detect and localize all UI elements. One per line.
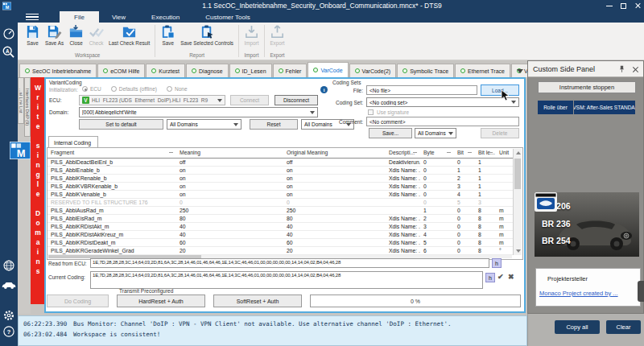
workspace-tab[interactable]: Ethernet Trace [455,64,510,77]
import-button[interactable]: Import [242,23,261,47]
menu-item[interactable]: File [60,11,99,23]
initialization-radio[interactable]: ECU [82,86,101,92]
pin-icon[interactable] [618,65,625,73]
table-row[interactable]: PILS_AbblAusRad_m 250 250 1 0 8 m [47,206,514,214]
cell-byte: 0 [420,198,454,206]
column-header[interactable]: Original Meaning [283,148,386,158]
help-icon[interactable]: ? [3,326,14,337]
table-row[interactable]: PILS_AbblEisRad_m 80 80 Xdis Name: ... 2… [47,214,514,222]
table-row[interactable]: PILS_AbblEnable_b on on Xdis Name: ... 0… [47,166,514,174]
project-link[interactable]: Monaco Project created by ... [539,290,618,297]
coding-set-save-button[interactable]: Save... [369,128,412,138]
workspace-tab[interactable]: VarCode [308,62,348,77]
workspace-tab[interactable]: Symbolic Trace [397,64,454,77]
save-selected-controls-button[interactable]: Save Selected Controls [179,23,235,47]
workspace-tab[interactable]: VarCode(2) [349,64,397,77]
domain-combobox[interactable]: [000] Abbiegelicht'Write [79,107,318,117]
initialization-radio[interactable]: Defaults (offline) [111,86,157,92]
column-header[interactable]: Byte [420,148,454,158]
disconnect-button[interactable]: Disconnect [275,95,318,105]
table-row[interactable]: PILS_AbblKRGeradeWinkel_Grad 20 20 Xdis … [47,246,514,254]
table-row[interactable]: PILS_AbblDeactBeiEnl_b off off Deaktivie… [47,158,514,166]
confirm-icon[interactable]: ✔ [497,273,504,281]
initialization-radio[interactable]: None [167,86,188,92]
column-header[interactable]: Meaning [176,148,283,158]
load-button[interactable]: Load... [481,84,519,96]
stop-instruments-button[interactable]: Instrumente stoppen [538,81,636,93]
ribbon-group-label: Import [245,51,259,60]
gear-icon[interactable] [2,309,15,322]
table-row[interactable]: RESERVED TO FILL STRUCTURE 176 0 0 0 5 3 [47,198,514,206]
last-check-result-button[interactable]: Last Check Result [107,23,151,47]
menu-item[interactable]: Execution [138,11,192,23]
table-row[interactable]: PILS_AbblKVBRKenable_b on on Xdis Name: … [47,182,514,190]
table-row[interactable]: PILS_AbblKVenable_b on on Xdis Name: ...… [47,190,514,198]
clear-button[interactable]: Clear [606,320,641,334]
workspace-tab[interactable]: Kurztest [146,64,185,77]
delete-button[interactable]: Delete [481,128,519,138]
table-row[interactable]: PILS_AbblKRDistAktKreuz_m 40 40 Xdis Nam… [47,230,514,238]
table-row[interactable]: PILS_AbblKRDistDeakt_m 60 60 Xdis Name: … [47,238,514,246]
workspace-tab[interactable]: Fehler [273,64,308,77]
link-list-vertical-tab[interactable]: ...al Link List [18,77,24,124]
ecu-combobox[interactable]: V HLI_FL223 (UDS_Ethernet_DoIP).HLI_FL22… [79,95,225,105]
hex-toggle-button[interactable]: h [485,273,495,282]
column-header[interactable]: Descripti... [386,148,420,158]
soft-reset-auth-button[interactable]: SoftReset + Auth [213,295,302,307]
workspace-tab[interactable]: ID_Lesen [229,64,272,77]
table-row[interactable]: PILS_AbblKRenable_b on on Xdis Name: ...… [47,174,514,182]
close-button[interactable] [634,2,641,9]
use-signature-checkbox[interactable] [368,109,374,115]
check-button[interactable]: Check [87,23,105,47]
close-workspace-button[interactable]: Close [67,23,85,47]
workspace-tab[interactable]: Diagnose [186,64,229,77]
menu-item[interactable]: View [99,11,138,23]
workspace-tab[interactable]: SecOC Inbetriebnahme [19,64,97,77]
gauge-icon[interactable] [2,27,15,40]
reset-button[interactable]: Reset [250,119,298,130]
menu-item[interactable]: Customer Tools [192,11,262,23]
interfaces-doip-vertical-tab[interactable]: Interfaces DoIP (9) [24,77,31,137]
car-icon[interactable] [2,281,16,289]
hard-reset-auth-button[interactable]: HardReset + Auth [117,295,205,307]
column-header[interactable]: Bit [454,148,475,158]
current-coding-field[interactable]: 1E,7D,28,28,28,3C,14,64,03,2D,81,6A,3C,2… [90,271,483,289]
column-header[interactable]: Unit [496,148,514,158]
tab-overflow-icon[interactable] [517,69,523,73]
all-domains-combobox-1[interactable]: All Domains [167,119,242,130]
verified-badge-icon: V [82,97,89,104]
coding-set-combobox[interactable]: <No coding set> [366,97,519,107]
column-header[interactable]: Fragment [47,148,176,158]
maximize-button[interactable] [621,3,626,9]
minimize-button[interactable] [606,6,613,6]
tab-status-icon [151,68,156,73]
save-workspace-button[interactable]: Save [23,23,42,47]
file-input[interactable]: <No file> [366,85,477,95]
export-button[interactable]: Export [268,23,287,47]
cell-original-meaning: on [283,174,386,182]
role-cell[interactable]: Rolle über [538,101,573,114]
side-handle[interactable] [638,281,644,302]
report-save-button[interactable]: Save [159,23,177,47]
side-panel-close-icon[interactable] [632,66,638,72]
workspace-tab[interactable]: eCOM Hilfe [97,64,145,77]
role-cell[interactable]: VSM: After-Sales STANDAI [574,101,635,114]
comment-label: Comment: [320,119,363,125]
hamburger-menu-icon[interactable] [26,11,39,23]
copy-all-button[interactable]: Copy all [555,320,600,334]
hex-toggle-button[interactable]: h [492,258,502,268]
comment-input[interactable]: <No comment> [366,117,519,126]
do-coding-button[interactable]: Do Coding [47,295,109,307]
table-row[interactable]: PILS_AbblKRDistAkt_m 40 40 Xdis Name: ..… [47,222,514,230]
monaco-logo-icon[interactable]: M [10,142,31,159]
connect-button[interactable]: Connect [230,95,269,105]
vertical-scrollbar[interactable] [513,149,522,255]
save-as-button[interactable]: Save As [43,23,65,47]
all-domains-combobox-3[interactable]: All Domains [415,128,456,138]
column-header[interactable]: Bit le... [475,148,496,158]
globe-icon[interactable] [2,259,15,272]
set-to-default-button[interactable]: Set to default [79,119,163,130]
search-ecu-icon[interactable]: A [2,45,16,60]
cancel-icon[interactable]: ✖ [508,273,514,281]
internal-coding-tab[interactable]: Internal Coding [48,136,98,148]
